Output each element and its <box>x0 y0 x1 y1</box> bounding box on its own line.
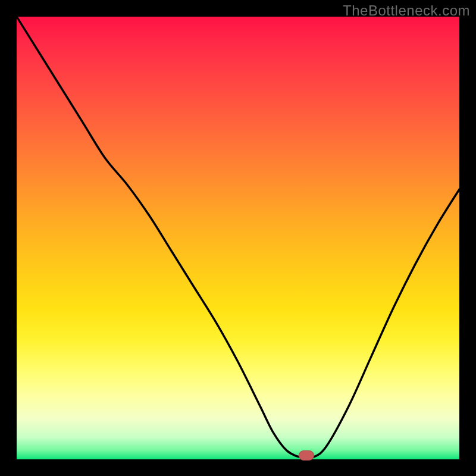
chart-frame: TheBottleneck.com <box>0 0 476 476</box>
watermark-text: TheBottleneck.com <box>343 2 470 19</box>
bottleneck-curve <box>17 17 459 459</box>
optimal-point-marker <box>299 450 314 461</box>
plot-area <box>17 17 459 459</box>
